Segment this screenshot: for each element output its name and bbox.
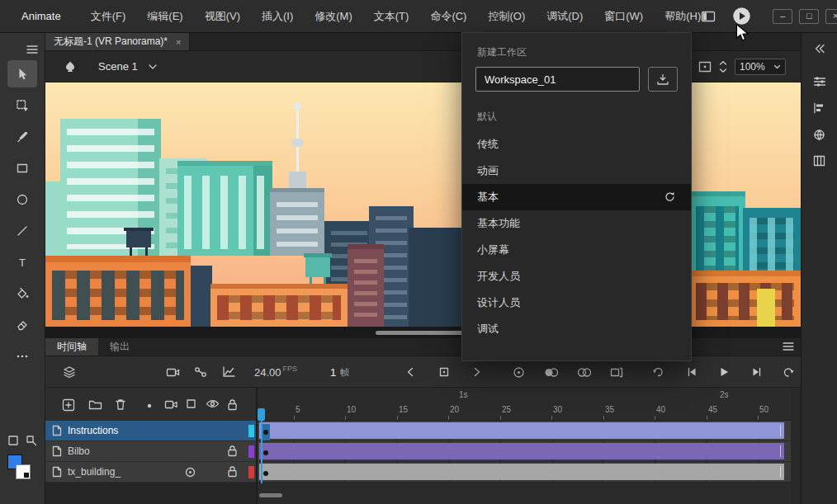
menu-modify[interactable]: 修改(M): [314, 9, 352, 24]
go-to-first-frame-button[interactable]: [682, 362, 702, 382]
zoom-level-select[interactable]: 100%: [735, 59, 786, 75]
free-transform-tool[interactable]: [7, 92, 37, 119]
current-frame[interactable]: 1 帧: [330, 356, 349, 388]
layer-color-swatch[interactable]: [248, 425, 254, 437]
menu-insert[interactable]: 插入(I): [262, 9, 293, 24]
graph-editor-button[interactable]: [219, 362, 239, 382]
menu-window[interactable]: 窗口(W): [604, 9, 643, 24]
test-movie-play-button[interactable]: [732, 7, 751, 26]
tab-output[interactable]: 输出: [98, 338, 141, 356]
rewind-button[interactable]: [778, 362, 798, 382]
rectangle-tool[interactable]: [7, 154, 37, 181]
edit-multiple-frames-button[interactable]: [607, 362, 627, 382]
save-workspace-button[interactable]: [648, 67, 678, 92]
align-panel-button[interactable]: [808, 97, 831, 119]
frames-area[interactable]: 1s 2s 5 10 15 20 25 30 35 40 45 50: [258, 388, 791, 504]
workspace-name-input[interactable]: [475, 67, 640, 92]
paint-bucket-tool[interactable]: [7, 280, 37, 307]
toolbar-menu-icon[interactable]: [26, 45, 38, 54]
frame-row-instructions[interactable]: [258, 421, 791, 441]
workspace-item-animation[interactable]: 动画: [462, 158, 691, 184]
camera-button[interactable]: [163, 362, 182, 382]
chevron-down-icon[interactable]: [148, 64, 158, 70]
play-button[interactable]: [714, 362, 734, 382]
menu-commands[interactable]: 命令(C): [430, 9, 466, 24]
menu-help[interactable]: 帮助(H): [664, 9, 701, 24]
lock-icon[interactable]: [227, 445, 238, 457]
stop-button[interactable]: [434, 362, 454, 382]
new-layer-icon[interactable]: [62, 398, 75, 412]
maximize-button[interactable]: □: [799, 9, 819, 24]
lock-icon[interactable]: [227, 465, 238, 478]
timeline-horizontal-scrollbar[interactable]: [259, 493, 282, 497]
step-back-button[interactable]: [400, 362, 420, 382]
brush-tool[interactable]: [7, 123, 37, 150]
layer-color-swatch[interactable]: [248, 466, 254, 478]
workspace-switcher-icon[interactable]: [701, 10, 716, 23]
outline-column-icon[interactable]: [186, 398, 196, 409]
timeline-ruler[interactable]: 1s 2s 5 10 15 20 25 30 35 40 45 50: [258, 388, 791, 421]
stroke-color-swatch[interactable]: [16, 464, 31, 479]
reset-workspace-icon[interactable]: [664, 191, 676, 203]
snap-to-objects-icon[interactable]: [7, 435, 19, 446]
menu-control[interactable]: 控制(O): [488, 9, 525, 24]
eraser-tool[interactable]: [7, 311, 37, 338]
lock-column-icon[interactable]: [227, 398, 238, 411]
layer-row-instructions[interactable]: Instructions: [45, 421, 256, 441]
minimize-button[interactable]: –: [773, 9, 792, 24]
workspace-item-small-screen[interactable]: 小屏幕: [462, 237, 691, 263]
edit-scene-icon[interactable]: [64, 60, 77, 73]
menu-edit[interactable]: 编辑(E): [147, 9, 182, 24]
library-panel-button[interactable]: [808, 150, 831, 172]
go-to-last-frame-button[interactable]: [747, 362, 767, 382]
tab-close-icon[interactable]: ×: [176, 37, 181, 47]
frame-row-tx-building[interactable]: [258, 462, 791, 483]
menu-text[interactable]: 文本(T): [374, 9, 409, 24]
delete-layer-icon[interactable]: [115, 398, 126, 411]
playhead-handle[interactable]: [258, 408, 265, 421]
camera-column-icon[interactable]: [164, 398, 178, 410]
tab-timeline[interactable]: 时间轴: [45, 338, 98, 356]
menu-view[interactable]: 视图(V): [205, 9, 240, 24]
workspace-item-developer[interactable]: 开发人员: [462, 263, 691, 290]
cc-libraries-panel-button[interactable]: [808, 124, 831, 145]
selection-tool[interactable]: [7, 60, 37, 87]
scene-name[interactable]: Scene 1: [98, 60, 138, 73]
step-forward-button[interactable]: [467, 362, 487, 382]
more-tools-button[interactable]: [7, 342, 37, 370]
clip-to-stage-icon[interactable]: [698, 61, 712, 73]
oval-tool[interactable]: [7, 186, 37, 213]
layers-view-button[interactable]: [59, 362, 79, 382]
frame-row-bilbo[interactable]: [258, 441, 791, 462]
frame-span[interactable]: [259, 464, 784, 480]
center-frame-button[interactable]: [508, 362, 528, 382]
frame-rate[interactable]: 24.00 FPS: [254, 356, 297, 388]
expand-panels-button[interactable]: [808, 38, 831, 59]
object-drawing-icon[interactable]: [26, 435, 37, 446]
close-button[interactable]: ×: [825, 9, 837, 24]
visibility-column-icon[interactable]: [206, 398, 220, 409]
document-tab[interactable]: 无标题-1 (VR Panorama)* ×: [45, 33, 190, 50]
onion-skin-button[interactable]: [541, 362, 561, 382]
outline-toggle-icon[interactable]: [184, 466, 196, 478]
frame-span[interactable]: [259, 422, 784, 439]
onion-skin-outlines-button[interactable]: [575, 362, 594, 382]
layer-parenting-button[interactable]: [191, 362, 210, 382]
highlight-column-icon[interactable]: [146, 403, 153, 409]
layer-row-bilbo[interactable]: Bilbo: [45, 441, 256, 462]
menu-debug[interactable]: 调试(D): [546, 9, 583, 24]
zoom-stepper-icon[interactable]: [719, 60, 727, 73]
workspace-item-debug[interactable]: 调试: [462, 316, 691, 342]
workspace-item-designer[interactable]: 设计人员: [462, 290, 691, 316]
frame-span[interactable]: [259, 443, 784, 459]
line-tool[interactable]: [7, 217, 37, 244]
workspace-item-classic[interactable]: 传统: [462, 131, 691, 158]
new-folder-icon[interactable]: [88, 398, 102, 410]
workspace-item-essentials[interactable]: 基本: [462, 184, 691, 210]
workspace-item-basic-functions[interactable]: 基本功能: [462, 210, 691, 237]
properties-panel-button[interactable]: [808, 71, 831, 92]
text-tool[interactable]: T: [7, 248, 37, 276]
loop-button[interactable]: [648, 362, 668, 382]
layer-color-swatch[interactable]: [248, 445, 254, 458]
layer-row-tx-building[interactable]: tx_building_: [45, 462, 256, 483]
